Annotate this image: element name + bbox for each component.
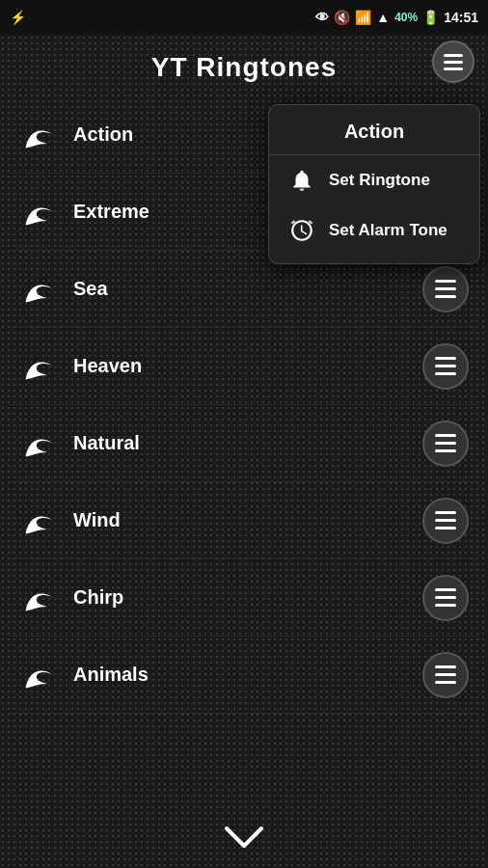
item-left: Heaven xyxy=(19,347,142,386)
item-left: Action xyxy=(19,116,133,154)
ringtone-menu-button[interactable] xyxy=(422,652,469,698)
alarm-icon xyxy=(288,217,315,244)
top-menu-button[interactable] xyxy=(432,41,474,83)
menu-line-1 xyxy=(435,434,456,437)
set-alarm-item[interactable]: Set Alarm Tone xyxy=(269,205,479,256)
ringtone-item[interactable]: Wind xyxy=(10,482,478,559)
ringtone-item[interactable]: Heaven xyxy=(10,328,478,405)
popup-title: Action xyxy=(269,117,479,155)
app-title-container: YT Ringtones xyxy=(0,35,488,96)
ringtone-label: Chirp xyxy=(73,586,123,609)
play-arrow-button[interactable] xyxy=(19,502,58,540)
set-alarm-label: Set Alarm Tone xyxy=(329,221,447,240)
status-left: ⚡ xyxy=(10,10,26,25)
menu-line-2 xyxy=(444,61,463,64)
bell-icon xyxy=(288,167,315,194)
menu-line-3 xyxy=(435,681,456,684)
ringtone-menu-button[interactable] xyxy=(422,343,469,390)
ringtone-label: Heaven xyxy=(73,355,142,377)
menu-line-2 xyxy=(435,596,456,599)
ringtone-menu-button[interactable] xyxy=(422,498,469,544)
item-left: Natural xyxy=(19,424,140,463)
item-left: Animals xyxy=(19,656,149,694)
menu-line-2 xyxy=(435,519,456,522)
battery-percent: 40% xyxy=(394,11,418,24)
menu-line-1 xyxy=(435,357,456,360)
menu-line-2 xyxy=(435,673,456,676)
mute-icon: 🔇 xyxy=(334,10,350,25)
menu-line-3 xyxy=(444,68,463,70)
ringtone-label: Animals xyxy=(73,664,149,686)
ringtone-label: Sea xyxy=(73,278,108,300)
signal-icon: ▲ xyxy=(376,10,390,25)
item-left: Sea xyxy=(19,270,108,309)
ringtone-label: Wind xyxy=(73,509,121,531)
play-arrow-button[interactable] xyxy=(19,193,58,231)
ringtone-menu-button[interactable] xyxy=(422,575,469,621)
bottom-chevron[interactable] xyxy=(225,826,263,856)
ringtone-menu-button[interactable] xyxy=(422,266,469,312)
play-arrow-button[interactable] xyxy=(19,579,58,617)
set-ringtone-label: Set Ringtone xyxy=(329,171,430,190)
item-left: Extreme xyxy=(19,193,149,231)
usb-icon: ⚡ xyxy=(10,10,26,25)
ringtone-item[interactable]: Animals xyxy=(10,637,478,714)
play-arrow-button[interactable] xyxy=(19,656,58,694)
menu-line-2 xyxy=(435,365,456,367)
play-arrow-button[interactable] xyxy=(19,116,58,154)
play-arrow-button[interactable] xyxy=(19,270,58,309)
menu-line-3 xyxy=(435,449,456,452)
menu-line-1 xyxy=(444,54,463,57)
ringtone-item[interactable]: Chirp xyxy=(10,559,478,637)
ringtone-label: Natural xyxy=(73,432,140,454)
eye-icon: 👁 xyxy=(315,10,329,25)
menu-line-2 xyxy=(435,287,456,290)
status-right: 👁 🔇 📶 ▲ 40% 🔋 14:51 xyxy=(315,10,478,25)
menu-line-1 xyxy=(435,280,456,283)
battery-icon: 🔋 xyxy=(422,10,439,25)
menu-line-1 xyxy=(435,511,456,514)
menu-line-3 xyxy=(435,604,456,607)
menu-line-1 xyxy=(435,588,456,591)
ringtone-label: Action xyxy=(73,123,133,146)
item-left: Wind xyxy=(19,502,121,540)
ringtone-menu-button[interactable] xyxy=(422,420,469,467)
menu-line-3 xyxy=(435,372,456,375)
menu-line-2 xyxy=(435,442,456,445)
play-arrow-button[interactable] xyxy=(19,347,58,386)
menu-line-3 xyxy=(435,295,456,298)
clock: 14:51 xyxy=(444,10,478,25)
menu-line-1 xyxy=(435,665,456,668)
action-popup: Action Set Ringtone Set Alarm Tone xyxy=(268,104,480,264)
status-bar: ⚡ 👁 🔇 📶 ▲ 40% 🔋 14:51 xyxy=(0,0,488,35)
play-arrow-button[interactable] xyxy=(19,424,58,463)
app-title: YT Ringtones xyxy=(0,52,488,83)
ringtone-label: Extreme xyxy=(73,201,149,223)
ringtone-item[interactable]: Natural xyxy=(10,405,478,482)
set-ringtone-item[interactable]: Set Ringtone xyxy=(269,155,479,205)
item-left: Chirp xyxy=(19,579,123,617)
wifi-icon: 📶 xyxy=(355,10,371,25)
menu-line-3 xyxy=(435,527,456,529)
